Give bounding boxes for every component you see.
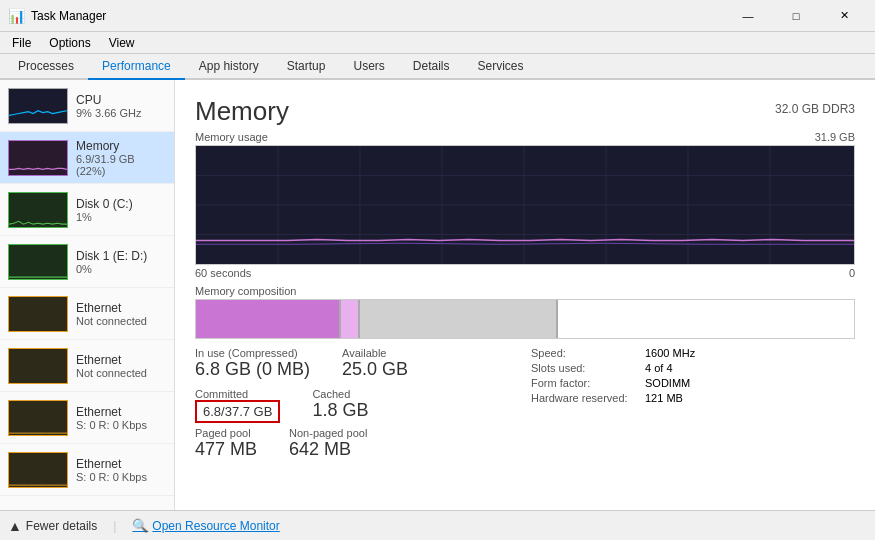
content-panel: Memory 32.0 GB DDR3 Memory usage 31.9 GB [175,80,875,510]
tab-app-history[interactable]: App history [185,54,273,78]
eth2-name: Ethernet [76,353,166,367]
tab-services[interactable]: Services [464,54,538,78]
minimize-button[interactable]: — [725,1,771,31]
right-stat-slots-value: 4 of 4 [645,362,673,374]
right-stat-speed: Speed: 1600 MHz [531,347,695,359]
stat-cached-value: 1.8 GB [312,400,368,421]
right-stat-form-label: Form factor: [531,377,641,389]
fewer-details-icon: ▲ [8,518,22,534]
composition-section: Memory composition [195,285,855,339]
sidebar-item-eth3[interactable]: Ethernet S: 0 R: 0 Kbps [0,392,174,444]
eth1-thumbnail [8,296,68,332]
memory-graph-svg [196,146,854,264]
stat-in-use-label: In use (Compressed) [195,347,310,359]
right-stat-hw-label: Hardware reserved: [531,392,641,404]
eth2-info: Ethernet Not connected [76,353,166,379]
app-icon: 📊 [8,8,25,24]
title-bar-left: 📊 Task Manager [8,8,106,24]
memory-spec: 32.0 GB DDR3 [775,102,855,116]
sidebar-item-eth4[interactable]: Ethernet S: 0 R: 0 Kbps [0,444,174,496]
stat-available: Available 25.0 GB [342,347,408,380]
disk0-thumbnail [8,192,68,228]
sidebar-item-eth1[interactable]: Ethernet Not connected [0,288,174,340]
svg-rect-3 [9,245,67,279]
eth3-value: S: 0 R: 0 Kbps [76,419,166,431]
right-stats: Speed: 1600 MHz Slots used: 4 of 4 Form … [531,347,695,460]
bottom-bar: ▲ Fewer details | 🔍 Open Resource Monito… [0,510,875,540]
tab-users[interactable]: Users [339,54,398,78]
svg-rect-6 [9,401,67,435]
stat-committed-value: 6.8/37.7 GB [195,400,280,423]
eth1-info: Ethernet Not connected [76,301,166,327]
eth4-value: S: 0 R: 0 Kbps [76,471,166,483]
graph-section: Memory usage 31.9 GB [195,131,855,279]
eth1-name: Ethernet [76,301,166,315]
stat-cached: Cached 1.8 GB [312,388,368,423]
stat-nonpaged-label: Non-paged pool [289,427,367,439]
tab-processes[interactable]: Processes [4,54,88,78]
open-resource-monitor-link[interactable]: 🔍 Open Resource Monitor [132,518,279,533]
fewer-details-button[interactable]: ▲ Fewer details [8,518,97,534]
sidebar-item-cpu[interactable]: CPU 9% 3.66 GHz [0,80,174,132]
menu-bar: File Options View [0,32,875,54]
stat-cached-label: Cached [312,388,368,400]
graph-label-text: Memory usage [195,131,268,143]
app-title: Task Manager [31,9,106,23]
cpu-info: CPU 9% 3.66 GHz [76,93,166,119]
comp-free [558,300,854,338]
stat-paged-label: Paged pool [195,427,257,439]
menu-file[interactable]: File [4,34,39,52]
stat-committed: Committed 6.8/37.7 GB [195,388,280,423]
right-stat-speed-label: Speed: [531,347,641,359]
svg-rect-4 [9,297,67,331]
right-stat-slots: Slots used: 4 of 4 [531,362,695,374]
stat-committed-label: Committed [195,388,280,400]
disk1-value: 0% [76,263,166,275]
cpu-value: 9% 3.66 GHz [76,107,166,119]
left-stats: In use (Compressed) 6.8 GB (0 MB) Availa… [195,347,515,460]
stat-committed-highlighted: 6.8/37.7 GB [195,400,280,423]
stat-available-label: Available [342,347,408,359]
close-button[interactable]: ✕ [821,1,867,31]
sidebar-item-disk0[interactable]: Disk 0 (C:) 1% [0,184,174,236]
right-stat-slots-label: Slots used: [531,362,641,374]
comp-inuse [196,300,341,338]
fewer-details-label: Fewer details [26,519,97,533]
title-bar-controls: — □ ✕ [725,1,867,31]
graph-label: Memory usage 31.9 GB [195,131,855,143]
tab-details[interactable]: Details [399,54,464,78]
disk1-thumbnail [8,244,68,280]
maximize-button[interactable]: □ [773,1,819,31]
content-header: Memory 32.0 GB DDR3 [195,96,855,127]
graph-time-label: 60 seconds 0 [195,267,855,279]
disk0-info: Disk 0 (C:) 1% [76,197,166,223]
right-stat-form-value: SODIMM [645,377,690,389]
memory-thumbnail [8,140,68,176]
tab-performance[interactable]: Performance [88,54,185,80]
menu-options[interactable]: Options [41,34,98,52]
menu-view[interactable]: View [101,34,143,52]
sidebar-item-memory[interactable]: Memory 6.9/31.9 GB (22%) [0,132,174,184]
eth2-thumbnail [8,348,68,384]
comp-standby [360,300,557,338]
eth4-name: Ethernet [76,457,166,471]
eth3-info: Ethernet S: 0 R: 0 Kbps [76,405,166,431]
composition-bar [195,299,855,339]
resource-monitor-label: Open Resource Monitor [152,519,279,533]
content-subtitle: 32.0 GB DDR3 [775,102,855,116]
eth3-thumbnail [8,400,68,436]
stat-in-use: In use (Compressed) 6.8 GB (0 MB) [195,347,310,380]
tab-startup[interactable]: Startup [273,54,340,78]
disk0-value: 1% [76,211,166,223]
right-stat-speed-value: 1600 MHz [645,347,695,359]
stat-available-value: 25.0 GB [342,359,408,380]
right-stat-hw-value: 121 MB [645,392,683,404]
eth3-name: Ethernet [76,405,166,419]
svg-rect-5 [9,349,67,383]
graph-max-label: 31.9 GB [815,131,855,143]
sidebar-item-eth2[interactable]: Ethernet Not connected [0,340,174,392]
sidebar-item-disk1[interactable]: Disk 1 (E: D:) 0% [0,236,174,288]
eth4-thumbnail [8,452,68,488]
right-stat-hw: Hardware reserved: 121 MB [531,392,695,404]
title-bar: 📊 Task Manager — □ ✕ [0,0,875,32]
